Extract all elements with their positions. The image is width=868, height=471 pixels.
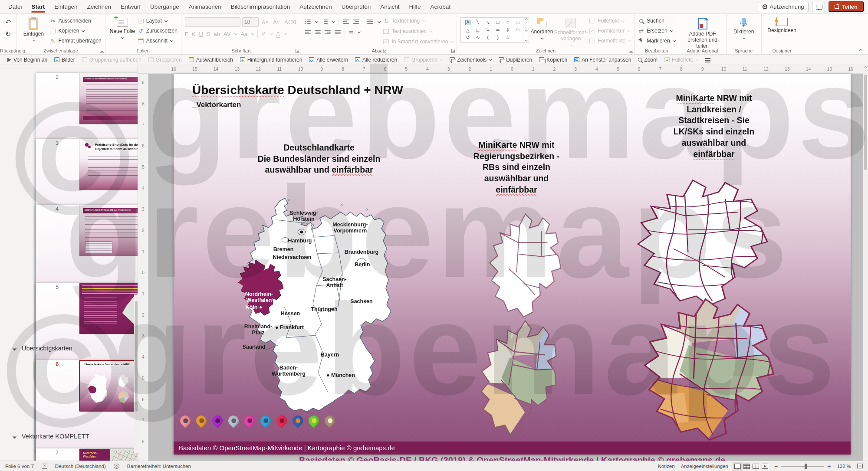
numbering-icon[interactable] — [322, 20, 328, 24]
map-pin-icon[interactable] — [226, 413, 241, 428]
zoom-out-icon[interactable]: − — [774, 463, 778, 470]
shadow-button[interactable]: S — [207, 31, 210, 37]
quick-toolbar-button[interactable]: Von Beginn an — [4, 55, 50, 65]
rectangle-shape-icon[interactable]: □ — [496, 20, 500, 25]
germany-map[interactable]: Schleswig- HolsteinMecklenburg- Vorpomme… — [237, 197, 395, 414]
grow-font-button[interactable]: A˄ — [260, 19, 270, 26]
replace-button[interactable]: ⇄Ersetzen — [638, 26, 675, 35]
slide-thumbnail[interactable]: Hinweise zum Bearbeiten der Vektorkarte — [79, 73, 138, 124]
down-arrow-shape-icon[interactable]: ⇓ — [506, 28, 510, 33]
map-pin-icon[interactable] — [274, 413, 289, 428]
quick-toolbar-button[interactable]: Gruppieren — [145, 55, 185, 65]
slide-thumbnail[interactable]: Praktische ShortCuts für das Verwalten v… — [79, 139, 138, 190]
menu-item[interactable]: Übergänge — [145, 0, 184, 13]
slide-thumbnail[interactable]: Nordrhein-Westfalen — [79, 448, 138, 461]
menu-item[interactable]: Ansicht — [375, 0, 404, 13]
slide-editing-surface[interactable]: Übersichtskarte Deutschland + NRW _Vekto… — [174, 74, 851, 455]
scroll-up-icon[interactable] — [864, 66, 867, 69]
germany-map-caption[interactable]: Deutschlandkarte Die Bundesländer sind e… — [232, 142, 406, 176]
bold-button[interactable]: F — [185, 31, 188, 37]
slide-indicator[interactable]: Folie 6 von 7 — [5, 464, 34, 469]
section-button[interactable]: Abschnitt — [138, 36, 178, 45]
section-header[interactable]: Vektorkarte KOMPLETT — [22, 433, 89, 440]
menu-item[interactable]: Animationen — [184, 0, 226, 13]
slideshow-view-icon[interactable] — [762, 464, 768, 469]
copy-button[interactable]: Kopieren — [49, 26, 101, 35]
select-button[interactable]: Markieren — [638, 36, 675, 45]
map-pin-icon[interactable] — [290, 413, 305, 428]
align-right-icon[interactable] — [325, 30, 331, 34]
zoom-slider-thumb[interactable] — [805, 464, 807, 469]
increase-indent-icon[interactable] — [353, 20, 359, 24]
triangle-shape-icon[interactable]: △ — [466, 28, 470, 33]
arc-shape-icon[interactable]: ◠ — [516, 28, 520, 33]
arrange-button[interactable]: Anordnen — [529, 16, 554, 40]
quick-toolbar-button[interactable]: An Fenster anpassen — [571, 55, 634, 65]
italic-button[interactable]: K — [192, 31, 196, 37]
line-shape-icon[interactable]: ╲ — [477, 20, 480, 25]
zoom-slider[interactable] — [781, 466, 824, 467]
brace-left-shape-icon[interactable]: { — [487, 35, 489, 40]
smartart-button[interactable]: In SmartArt konvertieren — [383, 37, 453, 46]
menu-item[interactable]: Entwurf — [116, 0, 145, 13]
columns-icon[interactable] — [349, 31, 353, 33]
shapes-gallery[interactable]: A ╲ ↘ □ ○ ▭ △ ∟ ↳ ⇒ ⇓ ◠ ↺ ∿ { } ☆ — [460, 17, 529, 43]
create-pdf-button[interactable]: Adobe PDF erstellen und teilen — [683, 16, 723, 49]
shape-effects-button[interactable]: Formeffekte — [589, 36, 631, 45]
align-text-button[interactable]: Text ausrichten — [383, 27, 453, 36]
format-painter-button[interactable]: ✎Format übertragen — [49, 36, 101, 45]
collapse-ribbon-icon[interactable] — [859, 49, 862, 52]
layout-button[interactable]: Layout — [138, 16, 178, 25]
paste-button[interactable]: Einfügen — [20, 16, 47, 42]
quick-toolbar-button[interactable]: Duplizieren — [496, 55, 535, 65]
fit-slide-icon[interactable] — [857, 464, 863, 468]
arrow-shape-icon[interactable]: ↘ — [486, 20, 490, 25]
brace-right-shape-icon[interactable]: } — [497, 35, 499, 40]
bullets-icon[interactable] — [305, 20, 311, 24]
record-button[interactable]: Aufzeichnung — [758, 2, 809, 12]
menu-item[interactable]: Aufzeichnen — [295, 0, 336, 13]
slide-thumbnail[interactable]: Übersichtskarte Deutschland + NRW — [79, 360, 138, 412]
map-pin-icon[interactable] — [194, 413, 209, 428]
nrw-lk-map-caption[interactable]: MiniKarte NRW mit Landkreisen / Stadtkre… — [634, 93, 794, 160]
dictate-button[interactable]: Diktieren — [730, 16, 758, 40]
reset-button[interactable]: ↺Zurücksetzen — [138, 26, 178, 35]
strikethrough-button[interactable]: ab — [214, 31, 220, 37]
quick-toolbar-button[interactable]: Kopieren — [536, 55, 570, 65]
new-slide-button[interactable]: Neue Folie — [109, 16, 136, 39]
menu-item[interactable]: Einfügen — [49, 0, 82, 13]
vertical-scrollbar[interactable] — [863, 65, 868, 461]
undo-icon[interactable]: ↶ — [5, 18, 11, 26]
map-pin-icon[interactable] — [306, 413, 321, 428]
justify-icon[interactable] — [335, 30, 341, 34]
language-button[interactable]: Deutsch (Deutschland) — [55, 464, 106, 469]
nrw-rb-colored-map[interactable] — [466, 311, 574, 446]
display-settings-button[interactable]: Anzeigeeinstellungen — [681, 464, 728, 469]
menu-item[interactable]: Acrobat — [426, 0, 456, 13]
cut-button[interactable]: ✂Ausschneiden — [49, 16, 101, 25]
quick-toolbar-button[interactable]: Gruppieren — [401, 55, 446, 65]
underline-button[interactable]: U — [199, 31, 203, 37]
textbox-shape-icon[interactable]: A — [465, 20, 471, 25]
slide-subtitle[interactable]: _Vektorkarten — [192, 101, 241, 109]
align-left-icon[interactable] — [305, 30, 311, 34]
nrw-lk-colored-map[interactable] — [632, 291, 789, 448]
slide-sorter-view-icon[interactable] — [743, 464, 750, 469]
accessibility-icon[interactable] — [114, 464, 119, 469]
shapes-scrollbar[interactable] — [523, 18, 529, 42]
map-pin-icon[interactable] — [258, 413, 273, 428]
section-collapse-icon[interactable] — [13, 435, 17, 439]
vertical-ruler[interactable]: 9876543210123456789 — [138, 74, 148, 461]
share-button[interactable]: Teilen — [829, 1, 864, 12]
shape-fill-button[interactable]: Fülleffekt — [589, 16, 631, 25]
elbow-arrow-shape-icon[interactable]: ↳ — [486, 28, 490, 33]
normal-view-icon[interactable] — [734, 464, 741, 469]
map-pin-icon[interactable] — [322, 413, 337, 428]
map-pin-icon[interactable] — [242, 413, 257, 428]
highlight-button[interactable]: ✐ — [261, 31, 266, 37]
map-pin-icon[interactable] — [178, 413, 193, 428]
find-button[interactable]: Suchen — [638, 16, 675, 25]
elbow-shape-icon[interactable]: ∟ — [476, 28, 480, 33]
font-color-button[interactable]: A — [276, 30, 280, 38]
horizontal-ruler[interactable]: 1615141312111098765432101234567891011121… — [138, 65, 863, 74]
